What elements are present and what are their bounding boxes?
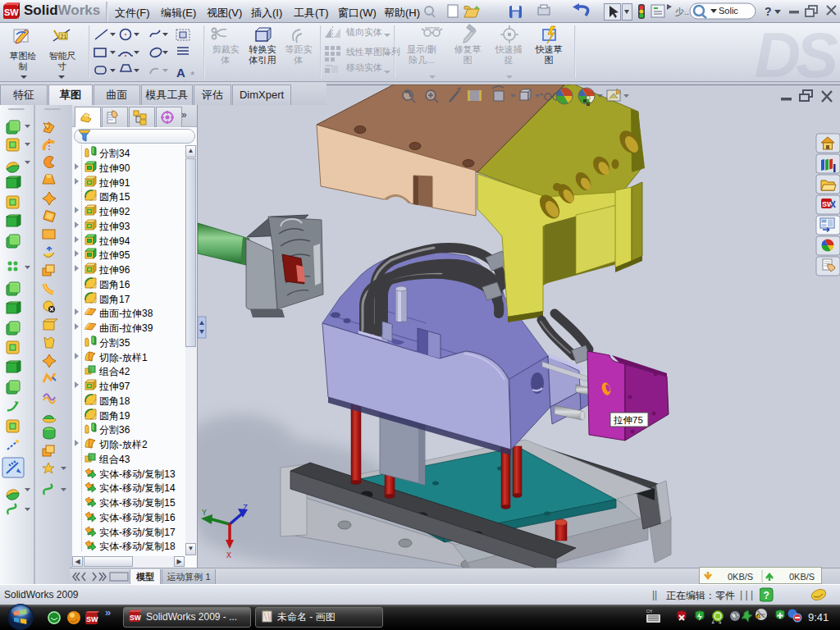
svg-text:SW: SW bbox=[4, 7, 19, 17]
svg-text:CH: CH bbox=[646, 609, 653, 614]
svg-text:?: ? bbox=[765, 5, 772, 18]
svg-text:21: 21 bbox=[61, 34, 67, 39]
svg-text:0KB/S: 0KB/S bbox=[789, 572, 815, 582]
svg-text:9:41: 9:41 bbox=[808, 611, 829, 623]
svg-text:A: A bbox=[176, 66, 185, 80]
svg-text:?: ? bbox=[764, 590, 769, 601]
svg-text:拉伸75: 拉伸75 bbox=[613, 415, 643, 425]
svg-text:!: ! bbox=[757, 614, 758, 619]
svg-text:0KB/S: 0KB/S bbox=[728, 572, 753, 582]
svg-text:SW: SW bbox=[86, 615, 98, 623]
svg-text:Z: Z bbox=[243, 504, 248, 513]
svg-text:少..: 少.. bbox=[675, 7, 689, 16]
svg-text:»: » bbox=[105, 606, 111, 619]
svg-text:SW: SW bbox=[130, 614, 142, 622]
svg-text:*: * bbox=[190, 69, 194, 81]
svg-text:Y: Y bbox=[202, 509, 207, 518]
svg-text:X: X bbox=[226, 551, 231, 560]
svg-text:Solic: Solic bbox=[719, 6, 738, 16]
